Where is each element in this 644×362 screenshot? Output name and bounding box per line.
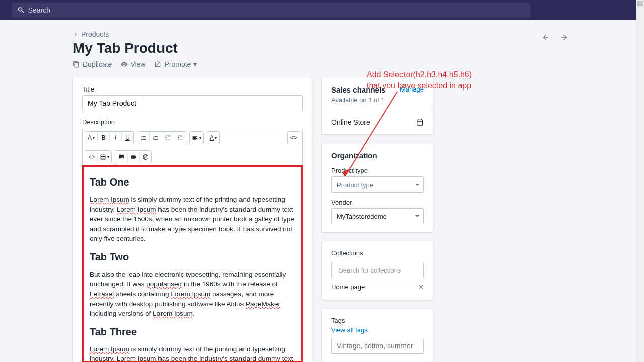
tab-three-heading: Tab Three: [90, 325, 295, 339]
align-icon: [192, 135, 198, 141]
underline-button[interactable]: U: [121, 132, 133, 144]
product-type-label: Product type: [331, 167, 424, 174]
tab-one-text: Lorem Ipsum is simply dummy text of the …: [90, 195, 295, 244]
rte-toolbar: A▾ B I U ▾: [82, 129, 303, 165]
tab-three-text: Lorem Ipsum is simply dummy text of the …: [90, 344, 295, 362]
sales-channels-card: Sales channels Manage Available on 1 of …: [322, 77, 433, 134]
sales-channels-title: Sales channels: [331, 85, 385, 94]
outdent-button[interactable]: [162, 132, 174, 144]
global-search[interactable]: [12, 3, 530, 18]
bullet-list-button[interactable]: [137, 132, 149, 144]
viewport-scrollbar[interactable]: [636, 0, 644, 362]
eye-icon: [121, 61, 128, 68]
page-title: My Tab Product: [73, 40, 571, 56]
view-button[interactable]: View: [121, 60, 145, 68]
html-view-button[interactable]: <>: [288, 132, 300, 144]
bold-button[interactable]: B: [97, 132, 109, 144]
online-store-label: Online Store: [331, 118, 370, 126]
chevron-left-icon: [73, 31, 79, 37]
description-editor[interactable]: Tab One Lorem Ipsum is simply dummy text…: [82, 165, 303, 362]
search-icon: [17, 6, 25, 14]
breadcrumb-back[interactable]: Products: [73, 30, 571, 38]
organization-title: Organization: [331, 151, 424, 160]
collections-title: Collections: [331, 249, 424, 257]
arrow-right-icon: [560, 33, 568, 41]
video-button[interactable]: [127, 151, 139, 163]
tab-one-heading: Tab One: [90, 175, 295, 190]
outdent-icon: [165, 135, 171, 141]
table-dropdown[interactable]: ▾: [97, 151, 111, 163]
manage-link[interactable]: Manage: [400, 85, 424, 93]
search-input[interactable]: [28, 6, 525, 14]
list-bullet-icon: [140, 135, 147, 141]
video-icon: [130, 154, 137, 160]
view-all-tags-link[interactable]: View all tags: [331, 326, 424, 334]
product-content-card: Title Description A▾ B I U: [73, 77, 312, 362]
product-type-select[interactable]: Product type: [331, 176, 424, 193]
tags-card: Tags View all tags: [322, 309, 433, 362]
chevron-down-icon: ▾: [193, 60, 197, 68]
title-input[interactable]: [82, 95, 303, 111]
remove-collection-button[interactable]: ✕: [418, 283, 424, 291]
table-icon: [100, 154, 106, 160]
title-label: Title: [82, 85, 303, 93]
arrow-left-icon: [542, 33, 550, 41]
prev-product-button[interactable]: [539, 30, 553, 44]
calendar-icon[interactable]: [416, 118, 424, 126]
tags-input[interactable]: [331, 338, 424, 354]
vendor-label: Vendor: [331, 199, 424, 206]
description-label: Description: [82, 118, 303, 126]
link-icon: [88, 154, 95, 160]
next-product-button[interactable]: [557, 30, 571, 44]
scrollbar-thumb[interactable]: [637, 1, 643, 6]
image-button[interactable]: [115, 151, 127, 163]
organization-card: Organization Product type Product type V…: [322, 143, 433, 232]
collections-search[interactable]: [331, 262, 424, 278]
align-dropdown[interactable]: ▾: [190, 132, 203, 144]
indent-icon: [177, 135, 183, 141]
promote-button[interactable]: Promote ▾: [154, 60, 197, 68]
clear-format-button[interactable]: [139, 151, 151, 163]
indent-button[interactable]: [174, 132, 186, 144]
collections-card: Collections Home page ✕: [322, 241, 433, 300]
font-style-dropdown[interactable]: A▾: [85, 132, 97, 144]
number-list-button[interactable]: [149, 132, 162, 144]
duplicate-button[interactable]: Duplicate: [73, 60, 112, 68]
tab-two-text: But also the leap into electronic typese…: [90, 269, 295, 319]
collection-item: Home page: [331, 283, 365, 291]
breadcrumb-label: Products: [81, 30, 109, 38]
color-dropdown[interactable]: A▾: [207, 132, 219, 144]
list-number-icon: [152, 135, 159, 141]
clear-icon: [142, 154, 149, 160]
collections-search-input[interactable]: [339, 266, 423, 274]
link-button[interactable]: [85, 151, 97, 163]
image-icon: [118, 154, 125, 160]
availability-text: Available on 1 of 1: [331, 96, 424, 104]
duplicate-icon: [73, 61, 80, 68]
tab-two-heading: Tab Two: [90, 250, 295, 264]
tags-title: Tags: [331, 317, 424, 324]
italic-button[interactable]: I: [109, 132, 121, 144]
external-link-icon: [154, 61, 162, 68]
vendor-select[interactable]: MyTabstoredemo: [331, 208, 424, 224]
